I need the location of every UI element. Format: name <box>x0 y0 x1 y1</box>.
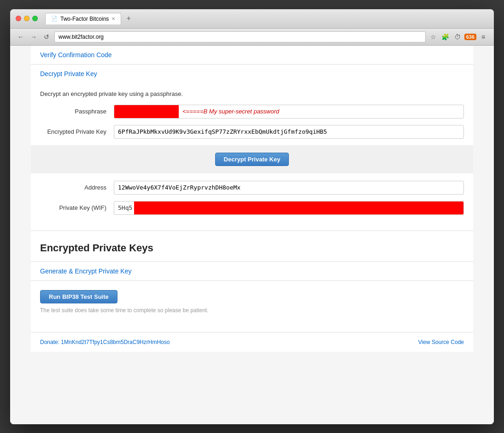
view-source-link[interactable]: View Source Code <box>418 339 464 345</box>
passphrase-hidden-block <box>114 105 179 118</box>
donate-link[interactable]: Donate: 1MnKnd2t7Tfpy1Cs8bm5DraC9HzrHmHo… <box>40 339 170 345</box>
encrypted-key-label: Encrypted Private Key <box>40 128 114 135</box>
tab-icon: 📄 <box>51 16 58 22</box>
passphrase-hint: <=====B My super-secret password <box>179 108 283 115</box>
passphrase-label: Passphrase <box>40 108 114 115</box>
close-button[interactable] <box>16 16 21 21</box>
title-bar: 📄 Two-Factor Bitcoins ✕ + <box>10 9 494 29</box>
download-icon[interactable]: ⏱ <box>452 32 463 42</box>
nav-actions: ☆ 🧩 ⏱ 636 ≡ <box>428 32 488 42</box>
tab-close-icon[interactable]: ✕ <box>111 16 115 21</box>
page-footer: Donate: 1MnKnd2t7Tfpy1Cs8bm5DraC9HzrHmHo… <box>31 332 473 352</box>
address-label: Address <box>40 184 114 191</box>
page-inner: Verify Confirmation Code Decrypt Private… <box>31 46 473 352</box>
decrypt-desc: Decrypt an encrypted private key using a… <box>40 90 464 97</box>
url-bar[interactable] <box>54 31 426 42</box>
menu-icon[interactable]: ≡ <box>478 32 488 42</box>
page-content: Verify Confirmation Code Decrypt Private… <box>10 46 494 424</box>
forward-button[interactable]: → <box>29 32 39 42</box>
bip38-section: Run BIP38 Test Suite The test suite does… <box>31 281 473 323</box>
private-key-row: Private Key (WIF) 5Hq5 <box>40 201 464 215</box>
test-suite-desc: The test suite does take some time to co… <box>40 307 464 314</box>
tab-area: 📄 Two-Factor Bitcoins ✕ + <box>45 13 134 24</box>
browser-window: 📄 Two-Factor Bitcoins ✕ + ← → ↺ ☆ 🧩 ⏱ 63… <box>10 9 494 424</box>
private-key-label: Private Key (WIF) <box>40 204 114 211</box>
tab-title: Two-Factor Bitcoins <box>60 16 109 22</box>
encrypted-key-row: Encrypted Private Key <box>40 125 464 139</box>
decrypt-section: Decrypt Private Key Decrypt an encrypted… <box>31 65 473 231</box>
window-controls <box>16 16 38 21</box>
wif-prefix: 5Hq5 <box>114 204 134 211</box>
verify-header[interactable]: Verify Confirmation Code <box>31 46 473 64</box>
passphrase-wrapper: <=====B My super-secret password <box>114 105 464 119</box>
back-button[interactable]: ← <box>16 32 26 42</box>
decrypt-header[interactable]: Decrypt Private Key <box>31 65 473 83</box>
encrypted-keys-heading: Encrypted Private Keys <box>31 231 473 261</box>
generate-accordion: Generate & Encrypt Private Key <box>31 261 473 281</box>
new-tab-button[interactable]: + <box>123 13 134 24</box>
nav-bar: ← → ↺ ☆ 🧩 ⏱ 636 ≡ <box>10 29 494 46</box>
encrypted-keys-section: Encrypted Private Keys Generate & Encryp… <box>31 231 473 323</box>
address-input[interactable] <box>114 181 464 195</box>
star-icon[interactable]: ☆ <box>428 32 439 42</box>
minimize-button[interactable] <box>24 16 29 21</box>
maximize-button[interactable] <box>32 16 38 21</box>
private-key-wif-wrapper: 5Hq5 <box>114 201 464 215</box>
browser-tab[interactable]: 📄 Two-Factor Bitcoins ✕ <box>45 13 121 24</box>
decrypt-body: Decrypt an encrypted private key using a… <box>31 83 473 231</box>
refresh-button[interactable]: ↺ <box>41 32 52 42</box>
verify-section: Verify Confirmation Code <box>31 46 473 65</box>
address-row: Address <box>40 181 464 195</box>
generate-header[interactable]: Generate & Encrypt Private Key <box>31 262 473 280</box>
bitcoin-badge[interactable]: 636 <box>464 34 476 40</box>
wif-hidden-block <box>134 202 463 214</box>
decrypt-action-row: Decrypt Private Key <box>31 145 473 173</box>
extensions-icon[interactable]: 🧩 <box>440 32 451 42</box>
passphrase-row: Passphrase <=====B My super-secret passw… <box>40 105 464 119</box>
run-bip38-button[interactable]: Run BIP38 Test Suite <box>40 290 117 303</box>
encrypted-key-input[interactable] <box>114 125 464 139</box>
decrypt-button[interactable]: Decrypt Private Key <box>215 153 289 166</box>
